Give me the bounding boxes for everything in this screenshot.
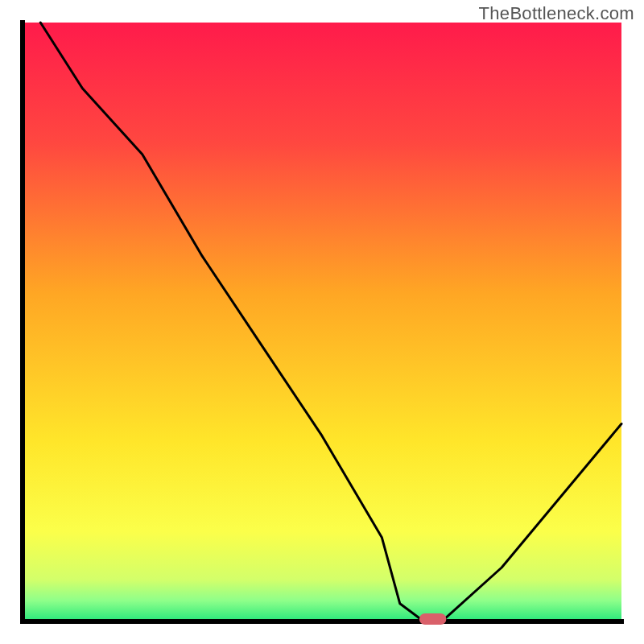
chart-svg [0,0,644,644]
watermark-label: TheBottleneck.com [479,3,634,24]
optimal-marker [419,613,446,625]
bottleneck-chart: TheBottleneck.com [0,0,644,644]
